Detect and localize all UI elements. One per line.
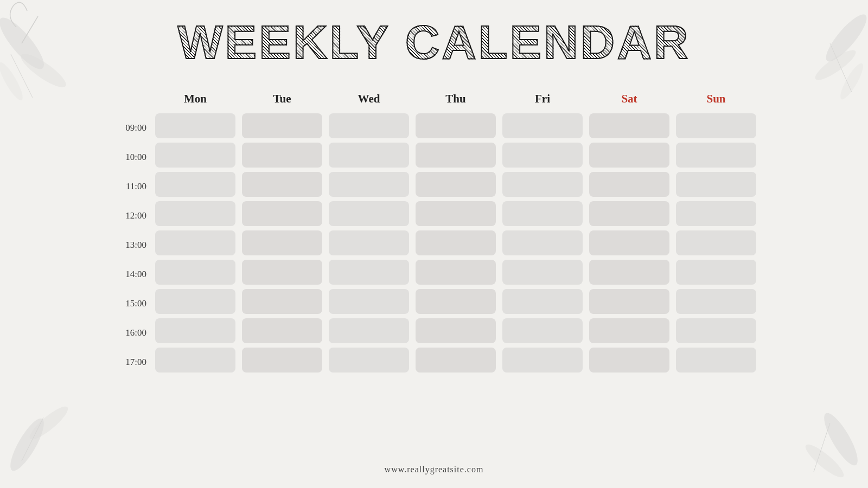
slot-wed-1000[interactable] bbox=[329, 143, 409, 168]
day-header-tue: Tue bbox=[242, 85, 322, 113]
slot-sat-1200[interactable] bbox=[589, 201, 669, 226]
slot-fri-1700[interactable] bbox=[502, 348, 583, 373]
slot-sun-1200[interactable] bbox=[676, 201, 756, 226]
slot-thu-0900[interactable] bbox=[416, 113, 496, 138]
slot-thu-1600[interactable] bbox=[416, 318, 496, 343]
slot-mon-1000[interactable] bbox=[155, 143, 235, 168]
slot-wed-1500[interactable] bbox=[329, 289, 409, 314]
slot-sun-1400[interactable] bbox=[676, 260, 756, 285]
slot-fri-1100[interactable] bbox=[502, 172, 583, 197]
slot-mon-1400[interactable] bbox=[155, 260, 235, 285]
slot-mon-1500[interactable] bbox=[155, 289, 235, 314]
days-grid: MonTueWedThuFriSatSun bbox=[152, 85, 760, 377]
slot-tue-1300[interactable] bbox=[242, 230, 322, 255]
slot-mon-1200[interactable] bbox=[155, 201, 235, 226]
slot-sun-1300[interactable] bbox=[676, 230, 756, 255]
slot-thu-1000[interactable] bbox=[416, 143, 496, 168]
slot-tue-1700[interactable] bbox=[242, 348, 322, 373]
time-label: 16:00 bbox=[108, 318, 152, 348]
slot-wed-1200[interactable] bbox=[329, 201, 409, 226]
slot-sat-1400[interactable] bbox=[589, 260, 669, 285]
slot-thu-1500[interactable] bbox=[416, 289, 496, 314]
slot-sat-1100[interactable] bbox=[589, 172, 669, 197]
slot-sun-1600[interactable] bbox=[676, 318, 756, 343]
slot-fri-1300[interactable] bbox=[502, 230, 583, 255]
time-label: 14:00 bbox=[108, 260, 152, 289]
page-wrapper: WEEKLY CALENDAR 09:0010:0011:0012:0013:0… bbox=[0, 0, 868, 488]
time-label: 12:00 bbox=[108, 201, 152, 230]
slot-thu-1200[interactable] bbox=[416, 201, 496, 226]
calendar-container: 09:0010:0011:0012:0013:0014:0015:0016:00… bbox=[108, 85, 760, 377]
slot-mon-0900[interactable] bbox=[155, 113, 235, 138]
time-label: 13:00 bbox=[108, 230, 152, 260]
slot-fri-1600[interactable] bbox=[502, 318, 583, 343]
day-header-sat: Sat bbox=[589, 85, 669, 113]
slot-thu-1700[interactable] bbox=[416, 348, 496, 373]
page-title: WEEKLY CALENDAR bbox=[178, 16, 691, 69]
day-header-sun: Sun bbox=[676, 85, 756, 113]
time-column: 09:0010:0011:0012:0013:0014:0015:0016:00… bbox=[108, 113, 152, 377]
day-column-wed: Wed bbox=[326, 85, 412, 377]
slot-wed-1400[interactable] bbox=[329, 260, 409, 285]
slot-sat-1000[interactable] bbox=[589, 143, 669, 168]
slot-tue-1400[interactable] bbox=[242, 260, 322, 285]
slot-mon-1100[interactable] bbox=[155, 172, 235, 197]
slot-fri-1400[interactable] bbox=[502, 260, 583, 285]
day-column-sun: Sun bbox=[673, 85, 760, 377]
slot-thu-1300[interactable] bbox=[416, 230, 496, 255]
slot-sun-1700[interactable] bbox=[676, 348, 756, 373]
slot-fri-1200[interactable] bbox=[502, 201, 583, 226]
day-header-fri: Fri bbox=[502, 85, 583, 113]
slot-fri-1500[interactable] bbox=[502, 289, 583, 314]
time-label: 17:00 bbox=[108, 348, 152, 377]
slot-thu-1400[interactable] bbox=[416, 260, 496, 285]
slot-tue-1000[interactable] bbox=[242, 143, 322, 168]
time-label: 09:00 bbox=[108, 113, 152, 143]
slot-sun-1000[interactable] bbox=[676, 143, 756, 168]
slot-tue-0900[interactable] bbox=[242, 113, 322, 138]
day-column-tue: Tue bbox=[239, 85, 326, 377]
time-label: 10:00 bbox=[108, 143, 152, 172]
slot-tue-1500[interactable] bbox=[242, 289, 322, 314]
day-header-thu: Thu bbox=[416, 85, 496, 113]
slot-tue-1200[interactable] bbox=[242, 201, 322, 226]
slot-thu-1100[interactable] bbox=[416, 172, 496, 197]
day-header-wed: Wed bbox=[329, 85, 409, 113]
slot-fri-1000[interactable] bbox=[502, 143, 583, 168]
slot-wed-1700[interactable] bbox=[329, 348, 409, 373]
day-column-mon: Mon bbox=[152, 85, 239, 377]
slot-fri-0900[interactable] bbox=[502, 113, 583, 138]
time-label: 11:00 bbox=[108, 172, 152, 201]
slot-tue-1600[interactable] bbox=[242, 318, 322, 343]
slot-mon-1300[interactable] bbox=[155, 230, 235, 255]
slot-sat-1700[interactable] bbox=[589, 348, 669, 373]
slot-tue-1100[interactable] bbox=[242, 172, 322, 197]
slot-sat-1500[interactable] bbox=[589, 289, 669, 314]
slot-sat-1600[interactable] bbox=[589, 318, 669, 343]
slot-wed-0900[interactable] bbox=[329, 113, 409, 138]
slot-sun-1500[interactable] bbox=[676, 289, 756, 314]
day-column-sat: Sat bbox=[586, 85, 673, 377]
slot-sat-0900[interactable] bbox=[589, 113, 669, 138]
slot-mon-1700[interactable] bbox=[155, 348, 235, 373]
time-label: 15:00 bbox=[108, 289, 152, 318]
slot-wed-1600[interactable] bbox=[329, 318, 409, 343]
slot-wed-1300[interactable] bbox=[329, 230, 409, 255]
slot-sun-0900[interactable] bbox=[676, 113, 756, 138]
slot-wed-1100[interactable] bbox=[329, 172, 409, 197]
footer-url: www.reallygreatsite.com bbox=[0, 465, 868, 474]
slot-sun-1100[interactable] bbox=[676, 172, 756, 197]
day-column-fri: Fri bbox=[499, 85, 586, 377]
slot-sat-1300[interactable] bbox=[589, 230, 669, 255]
day-column-thu: Thu bbox=[412, 85, 499, 377]
slot-mon-1600[interactable] bbox=[155, 318, 235, 343]
day-header-mon: Mon bbox=[155, 85, 235, 113]
